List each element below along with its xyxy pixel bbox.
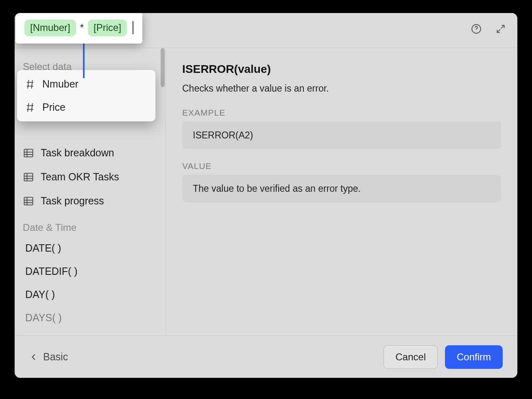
svg-rect-3 bbox=[24, 173, 33, 181]
function-title: ISERROR(value) bbox=[182, 63, 501, 76]
table-team-okr-tasks[interactable]: Team OKR Tasks bbox=[15, 165, 166, 189]
formula-operator: * bbox=[79, 22, 85, 33]
table-task-progress[interactable]: Task progress bbox=[15, 189, 166, 213]
svg-rect-4 bbox=[24, 197, 33, 205]
formula-editor-panel: [Nmuber] * [Price] Select data bbox=[15, 13, 517, 378]
function-date[interactable]: DATE( ) bbox=[15, 237, 166, 260]
field-option-label: Nmuber bbox=[42, 78, 78, 90]
table-icon bbox=[23, 147, 34, 159]
value-box: The value to be verified as an error typ… bbox=[182, 175, 501, 202]
list-item-label: Task breakdown bbox=[41, 147, 114, 159]
example-label: EXAMPLE bbox=[182, 108, 501, 118]
svg-point-1 bbox=[476, 31, 476, 31]
back-button[interactable]: Basic bbox=[29, 351, 68, 363]
table-icon bbox=[23, 195, 34, 207]
formula-token-price[interactable]: [Price] bbox=[88, 20, 127, 36]
function-description: Checks whether a value is an error. bbox=[182, 83, 501, 94]
field-option-price[interactable]: Price bbox=[17, 96, 155, 119]
field-dropdown: Nmuber Price bbox=[17, 70, 155, 121]
field-option-nmuber[interactable]: Nmuber bbox=[17, 72, 155, 96]
value-label: VALUE bbox=[182, 161, 501, 171]
formula-input[interactable]: [Nmuber] * [Price] bbox=[15, 13, 142, 44]
function-day[interactable]: DAY( ) bbox=[15, 283, 166, 306]
table-task-breakdown[interactable]: Task breakdown bbox=[15, 141, 166, 165]
field-option-label: Price bbox=[42, 101, 65, 113]
chevron-left-icon bbox=[29, 353, 38, 362]
hash-icon bbox=[24, 79, 36, 90]
svg-rect-2 bbox=[24, 149, 33, 157]
list-item-label: Task progress bbox=[41, 195, 104, 207]
function-detail-pane: ISERROR(value) Checks whether a value is… bbox=[166, 48, 517, 335]
table-icon bbox=[23, 171, 34, 183]
group-date-time: Date & Time bbox=[15, 213, 166, 237]
formula-topbar: [Nmuber] * [Price] bbox=[15, 13, 517, 48]
data-sidebar: Select data Nmuber Price Task breakdown bbox=[15, 48, 166, 335]
function-days[interactable]: DAYS( ) bbox=[15, 306, 166, 324]
example-box: ISERROR(A2) bbox=[182, 122, 501, 149]
dialog-footer: Basic Cancel Confirm bbox=[15, 335, 517, 378]
scrollbar-thumb[interactable] bbox=[161, 48, 165, 87]
confirm-button[interactable]: Confirm bbox=[445, 345, 503, 369]
function-datedif[interactable]: DATEDIF( ) bbox=[15, 260, 166, 283]
expand-icon[interactable] bbox=[493, 21, 508, 37]
list-item-label: Team OKR Tasks bbox=[41, 171, 119, 183]
text-cursor bbox=[133, 21, 133, 34]
back-label: Basic bbox=[43, 351, 68, 363]
cancel-button[interactable]: Cancel bbox=[384, 345, 438, 369]
help-icon[interactable] bbox=[469, 21, 484, 37]
formula-token-nmuber[interactable]: [Nmuber] bbox=[24, 20, 76, 36]
hash-icon bbox=[24, 102, 36, 113]
pointer-arrow bbox=[83, 42, 85, 78]
